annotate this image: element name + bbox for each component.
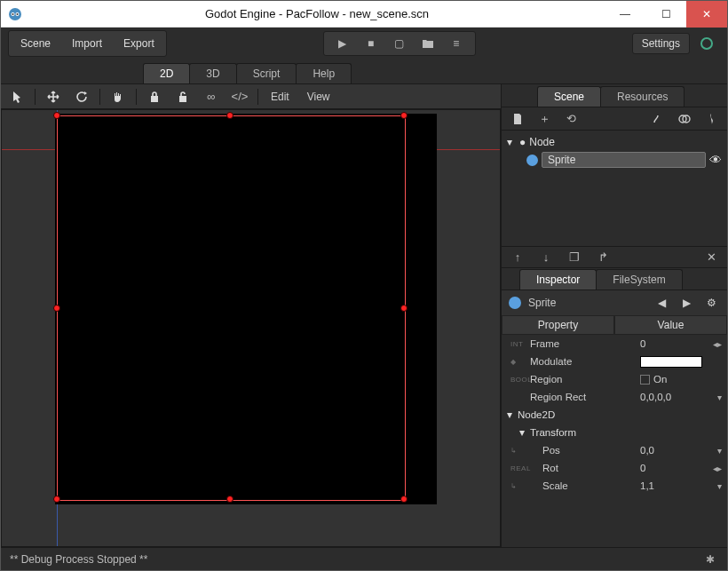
group-node2d[interactable]: ▾Node2D [502,406,727,424]
chevron-down-icon[interactable]: ▾ [507,136,516,148]
lock-icon[interactable] [144,87,165,107]
history-forward-icon[interactable]: ▶ [677,294,695,312]
connect-icon[interactable] [647,109,669,129]
scene-tree[interactable]: ▾ ● Node Sprite 👁 [502,131,727,246]
godot-icon [8,7,22,21]
unlock-icon[interactable] [172,87,194,107]
add-node-icon[interactable]: ＋ [534,109,555,129]
history-back-icon[interactable]: ◀ [653,294,670,312]
prop-region-rect[interactable]: Region Rect 0,0,0,0▾ [502,388,727,406]
workspace-tab-script[interactable]: Script [236,63,297,83]
duplicate-icon[interactable]: ❐ [564,248,585,267]
stop-button[interactable]: ■ [358,34,384,53]
top-toolbar: Scene Import Export ▶ ■ ▢ ≡ Settings [1,28,727,59]
modulate-swatch[interactable] [640,356,702,368]
tab-scene[interactable]: Scene [537,86,601,107]
region-checkbox[interactable] [640,375,650,385]
scene-menu[interactable]: Scene [11,33,60,54]
handle-tr[interactable] [400,112,408,119]
tree-root-label: Node [529,136,555,148]
reparent-icon[interactable]: ↱ [592,248,613,267]
prop-frame[interactable]: INTFrame 0◂▸ [502,335,727,353]
view-menu[interactable]: View [302,91,336,103]
prop-modulate[interactable]: ◆Modulate [502,353,727,370]
viewport-2d[interactable] [1,109,501,547]
title-bar: Godot Engine - PacFollow - new_scene.scn… [1,1,727,28]
header-property: Property [502,315,614,335]
tab-filesystem[interactable]: FileSystem [596,269,682,289]
open-folder-button[interactable] [415,34,441,53]
groups-icon[interactable] [674,109,695,129]
svg-point-3 [12,13,14,15]
header-value: Value [614,315,727,335]
prop-pos[interactable]: ↳Pos 0,0▾ [502,441,727,459]
tab-inspector[interactable]: Inspector [519,269,597,289]
right-dock: Scene Resources ＋ ⟲ ▾ ● Node [501,84,727,547]
instance-icon[interactable]: ⟲ [560,109,582,129]
settings-button[interactable]: Settings [632,33,690,54]
select-tool-icon[interactable] [6,87,28,107]
inspector-tabs: Inspector FileSystem [502,267,727,290]
sprite-maze[interactable] [55,114,437,504]
tab-resources[interactable]: Resources [600,86,684,107]
move-tool-icon[interactable] [43,87,64,107]
rotate-tool-icon[interactable] [71,87,92,107]
window-controls: — ☐ ✕ [605,1,727,28]
prop-region[interactable]: BOOLRegion On [502,370,727,388]
move-up-icon[interactable]: ↑ [507,248,528,267]
color-hint-icon: ◆ [510,358,517,366]
group-icon[interactable]: ∞ [201,87,222,107]
tree-child-sprite[interactable]: Sprite 👁 [507,150,722,170]
move-down-icon[interactable]: ↓ [535,248,557,267]
workspace-tab-3d[interactable]: 3D [189,63,236,83]
center-column: ∞ </> Edit View [1,84,501,547]
sprite-bg [55,114,437,504]
main-menu-group: Scene Import Export [8,30,167,57]
handle-tm[interactable] [226,112,233,119]
app-window: Godot Engine - PacFollow - new_scene.scn… [0,0,728,571]
visibility-icon[interactable]: 👁 [709,153,722,167]
spinner-icon: ✱ [706,553,718,566]
svg-point-0 [9,8,21,20]
inspector-header: Sprite ◀ ▶ ⚙ [502,290,727,315]
tree-root[interactable]: ▾ ● Node [507,134,722,150]
svg-rect-6 [151,96,158,102]
status-bar: ** Debug Process Stopped ** ✱ [1,547,727,570]
workspace-tab-2d[interactable]: 2D [143,63,190,83]
canvas-toolbar: ∞ </> Edit View [1,84,501,109]
node-icon: ● [519,136,526,148]
play-controls: ▶ ■ ▢ ≡ [323,31,476,56]
maximize-button[interactable]: ☐ [645,1,686,28]
new-node-icon[interactable] [507,109,528,129]
play-button[interactable]: ▶ [329,34,356,53]
code-icon[interactable]: </> [229,87,250,107]
prop-rot[interactable]: REALRot 0◂▸ [502,459,727,477]
update-button[interactable] [693,34,720,53]
group-transform[interactable]: ▾Transform [502,424,727,441]
prop-scale[interactable]: ↳Scale 1,1▾ [502,477,727,495]
pan-tool-icon[interactable] [107,87,129,107]
minimize-button[interactable]: — [605,1,645,28]
play-scene-button[interactable]: ▢ [386,34,413,53]
inspector-settings-icon[interactable]: ⚙ [702,294,720,312]
export-menu[interactable]: Export [114,33,164,54]
handle-br[interactable] [400,496,408,503]
handle-tl[interactable] [53,112,60,119]
window-title: Godot Engine - PacFollow - new_scene.scn [29,7,605,20]
close-button[interactable]: ✕ [686,1,727,28]
svg-point-5 [701,38,712,49]
handle-bm[interactable] [226,496,233,503]
workspace-tabs: 2D 3D Script Help [1,59,727,84]
import-menu[interactable]: Import [62,33,112,54]
workspace-tab-help[interactable]: Help [296,63,352,83]
script-icon[interactable] [700,109,722,129]
dock-body: ∞ </> Edit View [1,84,727,547]
delete-icon[interactable]: ✕ [700,248,722,267]
scene-bottom-toolbar: ↑ ↓ ❐ ↱ ✕ [502,246,727,267]
handle-ml[interactable] [53,305,60,312]
edit-menu[interactable]: Edit [265,91,295,103]
property-list[interactable]: INTFrame 0◂▸ ◆Modulate BOOLRegion On Reg… [502,335,727,547]
list-button[interactable]: ≡ [443,34,470,53]
handle-mr[interactable] [400,305,408,312]
handle-bl[interactable] [53,496,60,503]
